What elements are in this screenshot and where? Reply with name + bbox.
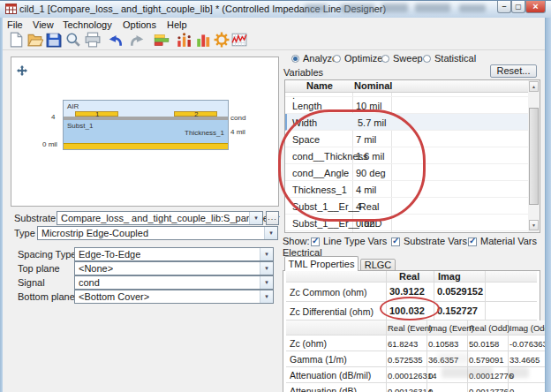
variables-scrollbar[interactable]: ▲ ▼ bbox=[528, 79, 540, 233]
menu-file[interactable]: File bbox=[4, 19, 26, 31]
title-bar[interactable]: cild_1 [Compare_loss_ and_tight_couple_l… bbox=[0, 1, 551, 19]
thickness-value-label: 4 mil bbox=[230, 128, 245, 136]
attenuation-db-label: Attenuation (dB) bbox=[290, 386, 357, 392]
minimize-button[interactable] bbox=[497, 1, 511, 13]
checkbox-material-vars[interactable] bbox=[468, 237, 477, 246]
substrate-combo[interactable]: Compare_loss_ and_tight_couple_lib:S_par… bbox=[57, 211, 263, 225]
variables-table-header: Name Nominal bbox=[285, 80, 529, 93]
col-real-odd-header: Real (Odd) bbox=[469, 323, 509, 333]
radio-sweep[interactable] bbox=[381, 55, 389, 63]
signal-combo-value: cond bbox=[79, 277, 100, 288]
bottom-plane-label-text: Bottom plane bbox=[18, 291, 75, 302]
open-icon[interactable] bbox=[27, 32, 43, 48]
scrollbar-thumb[interactable] bbox=[529, 108, 539, 205]
scroll-down-icon[interactable]: ▼ bbox=[529, 220, 539, 230]
type-combo[interactable]: Microstrip Edge-Coupled bbox=[37, 226, 278, 240]
zc-common-imag: 0.0529152 bbox=[437, 286, 483, 297]
attenuation-db-imag-even: 0 bbox=[428, 387, 433, 392]
spacing-type-combo[interactable]: Edge-To-Edge bbox=[74, 247, 274, 261]
substrate-browse-button[interactable]: ... bbox=[266, 211, 279, 225]
tab-tml-properties[interactable]: TML Properties bbox=[284, 256, 359, 271]
conductor-1[interactable]: 1 bbox=[75, 111, 118, 117]
undo-icon[interactable] bbox=[108, 32, 124, 48]
radio-statistical[interactable] bbox=[423, 55, 431, 63]
menu-options[interactable]: Options bbox=[120, 19, 159, 31]
new-file-icon[interactable] bbox=[8, 32, 24, 48]
col-name-header: Name bbox=[306, 80, 333, 91]
menu-view[interactable]: View bbox=[30, 19, 57, 31]
conductor-2-label: 2 bbox=[194, 110, 198, 118]
substrate-label: Subst_1 bbox=[67, 122, 93, 130]
layer-chart-icon[interactable] bbox=[154, 32, 170, 48]
redacted-watermark bbox=[508, 367, 529, 378]
save-icon[interactable] bbox=[46, 32, 62, 48]
type-combo-value: Microstrip Edge-Coupled bbox=[42, 228, 148, 238]
checkbox-line-type-vars-label: Line Type Vars bbox=[323, 236, 387, 246]
chevron-down-icon[interactable] bbox=[260, 262, 273, 275]
substrate-label-text: Substrate bbox=[14, 213, 56, 223]
bar-chart-icon[interactable] bbox=[176, 32, 192, 48]
chevron-down-icon[interactable] bbox=[260, 248, 273, 260]
gamma-real-even: 0.572535 bbox=[388, 355, 423, 365]
attenuation-dbmil-imag-even: 0 bbox=[428, 371, 433, 381]
redacted-watermark bbox=[305, 4, 328, 12]
signal-combo[interactable]: cond bbox=[74, 275, 274, 290]
substrate-stack[interactable]: AIR Subst_1 Thickness_1 1 2 bbox=[63, 100, 229, 150]
attenuation-db-real-even: 0.00126314 bbox=[388, 387, 432, 392]
thickness-label: Thickness_1 bbox=[185, 129, 224, 137]
gamma-imag-odd: 33.4665 bbox=[509, 355, 540, 365]
chevron-down-icon[interactable] bbox=[264, 227, 277, 239]
column-chart-icon[interactable] bbox=[195, 32, 211, 48]
substrate-layer[interactable]: Subst_1 Thickness_1 bbox=[64, 120, 228, 143]
zc-differential-imag: 0.152727 bbox=[437, 305, 478, 316]
close-button[interactable] bbox=[525, 1, 546, 13]
radio-optimize[interactable] bbox=[333, 55, 341, 63]
zc-real-odd: 50.0158 bbox=[469, 339, 499, 349]
radio-analyze[interactable] bbox=[291, 55, 299, 63]
radio-statistical-label: Statistical bbox=[434, 53, 476, 64]
gamma-label: Gamma (1/m) bbox=[290, 354, 347, 365]
zc-imag-even: 0.10583 bbox=[428, 339, 458, 349]
tab-rlgc[interactable]: RLGC bbox=[360, 259, 396, 271]
variables-label: Variables bbox=[283, 67, 323, 78]
conductor-2[interactable]: 2 bbox=[174, 111, 217, 117]
checkbox-line-type-vars[interactable] bbox=[311, 237, 320, 246]
chevron-down-icon[interactable] bbox=[260, 276, 273, 289]
spacing-type-label-text: Spacing Type bbox=[18, 249, 76, 260]
chevron-down-icon[interactable] bbox=[260, 290, 273, 303]
plot-icon[interactable] bbox=[231, 32, 247, 48]
air-label: AIR bbox=[67, 102, 79, 110]
redo-icon[interactable] bbox=[129, 32, 145, 48]
checkbox-material-vars-label: Material Vars bbox=[480, 236, 537, 246]
show-label: Show: bbox=[283, 236, 310, 246]
maximize-button[interactable] bbox=[511, 1, 525, 13]
menu-help[interactable]: Help bbox=[164, 19, 190, 31]
radio-optimize-label: Optimize bbox=[344, 53, 382, 64]
zc-common-real: 30.9122 bbox=[389, 286, 425, 297]
app-icon bbox=[5, 4, 17, 14]
checkbox-substrate-vars[interactable] bbox=[391, 237, 400, 246]
attenuation-db-real-odd: 0.0012776 bbox=[469, 387, 509, 392]
bottom-plane-combo-value: <Bottom Cover> bbox=[79, 291, 149, 302]
redacted-watermark bbox=[415, 4, 450, 12]
redacted-watermark bbox=[381, 4, 408, 12]
top-plane-label-text: Top plane bbox=[18, 263, 60, 274]
print-icon[interactable] bbox=[85, 32, 101, 48]
chevron-down-icon[interactable] bbox=[249, 212, 262, 224]
redacted-watermark bbox=[459, 4, 486, 12]
tick-0-label: 0 mil bbox=[42, 140, 57, 148]
settings-gear-icon[interactable] bbox=[214, 32, 230, 48]
top-plane-combo[interactable]: <None> bbox=[74, 261, 274, 275]
zoom-icon[interactable] bbox=[65, 32, 81, 48]
menu-technology[interactable]: Technology bbox=[60, 19, 115, 31]
signal-label-text: Signal bbox=[18, 277, 45, 288]
col-imag-even-header: Imag (Even) bbox=[428, 323, 474, 333]
conductor-1-label: 1 bbox=[95, 110, 99, 118]
bottom-plane-combo[interactable]: <Bottom Cover> bbox=[74, 290, 274, 304]
scroll-up-icon[interactable]: ▲ bbox=[529, 81, 539, 92]
cond-layer-label: cond bbox=[230, 114, 245, 122]
ground-layer[interactable] bbox=[64, 143, 228, 149]
pan-cross-icon[interactable] bbox=[17, 65, 27, 76]
reset-button[interactable]: Reset... bbox=[490, 64, 537, 78]
menu-bar: File View Technology Options Help bbox=[0, 18, 551, 32]
